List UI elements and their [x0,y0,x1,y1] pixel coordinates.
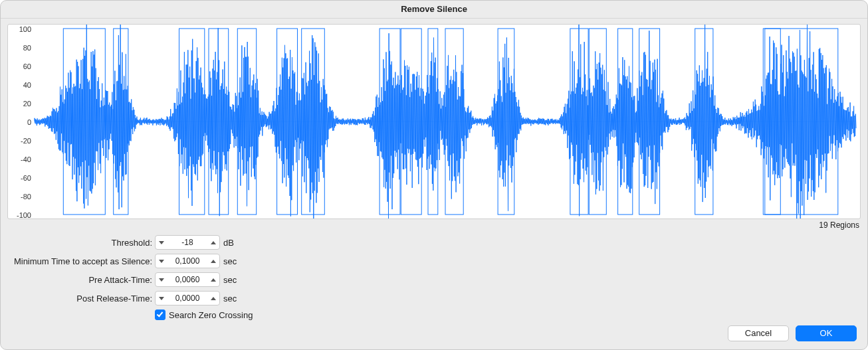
search-zero-row: Search Zero Crossing [7,309,861,320]
chevron-down-icon[interactable] [156,292,167,305]
chevron-up-icon[interactable] [207,254,219,268]
min-time-row: Minimum Time to accept as Silence: 0,100… [7,252,861,270]
threshold-stepper[interactable]: -18 [155,235,220,250]
region-count-label: 19 Regions [7,220,861,230]
chevron-up-icon[interactable] [207,273,219,286]
min-time-stepper[interactable]: 0,1000 [155,254,220,268]
threshold-row: Threshold: -18 dB [7,234,861,251]
pre-attack-row: Pre Attack-Time: 0,0060 sec [7,271,861,288]
parameters-form: Threshold: -18 dB Minimum Time to accept… [7,234,861,320]
remove-silence-dialog: Remove Silence 100806040200-20-40-60-80-… [0,0,868,350]
pre-attack-label: Pre Attack-Time: [7,275,155,285]
chevron-down-icon[interactable] [156,273,167,286]
search-zero-checkbox[interactable] [155,309,165,320]
threshold-label: Threshold: [7,238,155,248]
chevron-down-icon[interactable] [156,254,167,268]
pre-attack-unit: sec [223,275,243,285]
min-time-unit: sec [223,256,243,266]
post-release-unit: sec [223,294,243,304]
chevron-up-icon[interactable] [207,292,219,305]
post-release-row: Post Release-Time: 0,0000 sec [7,290,861,307]
dialog-buttons: Cancel OK [728,325,857,341]
min-time-label: Minimum Time to accept as Silence: [7,256,155,266]
post-release-label: Post Release-Time: [7,294,155,304]
post-release-stepper[interactable]: 0,0000 [155,291,220,306]
min-time-value[interactable]: 0,1000 [167,256,207,266]
chevron-up-icon[interactable] [207,236,219,249]
post-release-value[interactable]: 0,0000 [167,294,207,303]
waveform-preview: 100806040200-20-40-60-80-100 [7,24,861,219]
search-zero-label: Search Zero Crossing [169,310,253,320]
threshold-unit: dB [223,238,243,248]
cancel-button[interactable]: Cancel [728,325,789,341]
waveform-canvas[interactable] [8,25,860,219]
threshold-value[interactable]: -18 [167,238,207,247]
pre-attack-value[interactable]: 0,0060 [167,275,207,284]
window-title: Remove Silence [1,1,867,19]
y-axis: 100806040200-20-40-60-80-100 [10,25,31,228]
chevron-down-icon[interactable] [156,236,167,249]
ok-button[interactable]: OK [796,325,857,341]
pre-attack-stepper[interactable]: 0,0060 [155,272,220,287]
